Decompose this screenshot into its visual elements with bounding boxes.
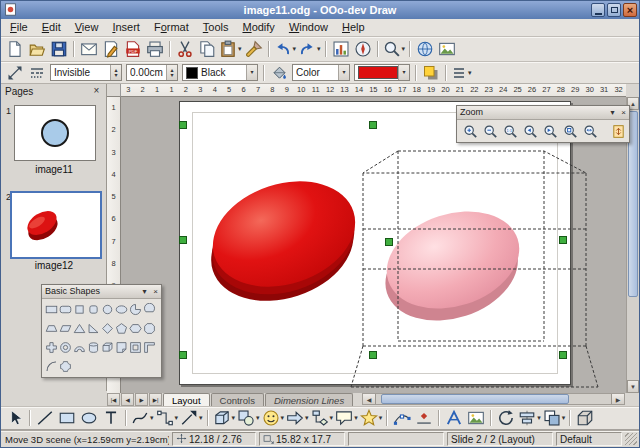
print-button[interactable] <box>145 39 165 59</box>
undo-button[interactable]: ▾ <box>274 39 297 59</box>
flowchart-button[interactable]: ▾ <box>311 408 334 428</box>
dropdown-arrow-icon[interactable]: ▾ <box>317 45 321 53</box>
rectangle-shape-button[interactable] <box>45 303 58 316</box>
lines-arrows-button[interactable]: ▾ <box>180 408 203 428</box>
save-button[interactable] <box>49 39 69 59</box>
rectangle-button[interactable] <box>57 408 77 428</box>
menu-tools[interactable]: Tools <box>196 19 236 36</box>
dropdown-arrow-icon[interactable]: ▾ <box>175 414 179 422</box>
scrollbar-track[interactable] <box>376 394 611 404</box>
dropdown-arrow-icon[interactable]: ▾ <box>562 414 566 422</box>
zoom-button[interactable]: ▾ <box>383 39 406 59</box>
curve-button[interactable]: ▾ <box>131 408 154 428</box>
zoom-shift-button[interactable] <box>609 122 627 140</box>
select-button[interactable] <box>5 408 25 428</box>
octagon-shape-button[interactable] <box>143 322 156 335</box>
plaque-shape-button[interactable] <box>59 360 72 373</box>
tab-layout[interactable]: Layout <box>163 393 210 406</box>
dropdown-arrow-icon[interactable]: ▾ <box>537 414 541 422</box>
glue-points-button[interactable] <box>414 408 434 428</box>
parallelogram-shape-button[interactable] <box>59 322 72 335</box>
scroll-down-button[interactable]: ▼ <box>627 380 639 393</box>
zoom-in-button[interactable] <box>461 122 479 140</box>
menu-window[interactable]: Window <box>282 19 335 36</box>
symbol-shapes-button[interactable]: ▾ <box>262 408 285 428</box>
right-triangle-shape-button[interactable] <box>87 322 100 335</box>
first-layer-button[interactable]: |◀ <box>107 393 120 406</box>
gallery-button[interactable] <box>437 39 457 59</box>
rounded-square-shape-button[interactable] <box>87 303 100 316</box>
alignment-button[interactable]: ▾ <box>518 408 541 428</box>
palette-menu-button[interactable]: ▾ <box>139 286 150 298</box>
dropdown-arrow-icon[interactable]: ▾ <box>232 414 236 422</box>
dropdown-arrow-icon[interactable]: ▾ <box>338 65 349 80</box>
redo-button[interactable]: ▾ <box>298 39 321 59</box>
zoom-100-button[interactable]: 1:1 <box>501 122 519 140</box>
zoom-page-width-button[interactable] <box>581 122 599 140</box>
dropdown-arrow-icon[interactable]: ▾ <box>305 414 309 422</box>
menu-insert[interactable]: Insert <box>105 19 147 36</box>
slide-indicator-field[interactable]: Slide 2 / 2 (Layout) <box>447 432 553 446</box>
zoom-out-button[interactable] <box>481 122 499 140</box>
page-style-field[interactable]: Default <box>556 432 622 446</box>
arrange-button[interactable]: ▾ <box>543 408 566 428</box>
paste-button[interactable]: ▾ <box>219 39 242 59</box>
ring-shape-button[interactable] <box>59 341 72 354</box>
page-thumbnail-1[interactable] <box>14 105 96 161</box>
page-thumbnail-2-selected[interactable] <box>10 191 102 259</box>
basic-shapes-close-button[interactable]: × <box>150 286 161 298</box>
titlebar[interactable]: image11.odg - OOo-dev Draw × <box>1 1 639 19</box>
page-canvas[interactable] <box>179 101 571 385</box>
resize-grip[interactable] <box>625 433 637 445</box>
frame-shape-button[interactable] <box>129 341 142 354</box>
line-style-button[interactable] <box>27 63 47 83</box>
shadow-button[interactable] <box>421 63 441 83</box>
cube-shape-button[interactable] <box>101 341 114 354</box>
dropdown-arrow-icon[interactable]: ▾ <box>379 414 383 422</box>
dropdown-arrow-icon[interactable]: ▾ <box>199 414 203 422</box>
menu-file[interactable]: File <box>3 19 35 36</box>
connector-button[interactable]: ▾ <box>156 408 179 428</box>
dropdown-arrow-icon[interactable]: ▾ <box>293 45 297 53</box>
circle-segment-shape-button[interactable] <box>143 303 156 316</box>
palette-menu-button[interactable]: ▾ <box>607 107 618 119</box>
dropdown-arrow-icon[interactable]: ▾ <box>256 414 260 422</box>
cut-button[interactable] <box>175 39 195 59</box>
fill-bucket-button[interactable] <box>269 63 289 83</box>
spinner-buttons[interactable]: ▴▾ <box>110 65 121 80</box>
toolbar-options-button[interactable]: ▾ <box>451 63 472 83</box>
zoom-next-button[interactable] <box>541 122 559 140</box>
fill-style-select[interactable]: Color▾ <box>292 64 350 81</box>
diamond-shape-button[interactable] <box>101 322 114 335</box>
menu-format[interactable]: Format <box>147 19 196 36</box>
zoom-page-button[interactable] <box>561 122 579 140</box>
line-tool-button[interactable] <box>35 408 55 428</box>
arc-shape-button[interactable] <box>45 360 58 373</box>
close-button[interactable]: × <box>623 3 637 17</box>
last-layer-button[interactable]: ▶| <box>149 393 162 406</box>
3d-objects-button[interactable]: ▾ <box>213 408 236 428</box>
export-pdf-button[interactable]: PDF <box>123 39 143 59</box>
line-style-select[interactable]: Invisible▴▾ <box>50 64 122 81</box>
stars-button[interactable]: ▾ <box>360 408 383 428</box>
pages-panel-close-button[interactable]: × <box>91 86 102 97</box>
basic-shapes-palette[interactable]: Basic Shapes ▾ × <box>41 284 162 378</box>
zoom-toolbar[interactable]: Zoom ▾ × 1:1 <box>456 105 630 143</box>
edit-points-button[interactable] <box>392 408 412 428</box>
dropdown-arrow-icon[interactable]: ▾ <box>330 414 334 422</box>
pentagon-shape-button[interactable] <box>115 322 128 335</box>
dropdown-arrow-icon[interactable]: ▾ <box>150 414 154 422</box>
text-button[interactable] <box>101 408 121 428</box>
hexagon-shape-button[interactable] <box>129 322 142 335</box>
dropdown-arrow-icon[interactable]: ▾ <box>468 69 472 77</box>
email-button[interactable] <box>79 39 99 59</box>
scroll-left-button[interactable]: ◀ <box>363 394 376 404</box>
menu-view[interactable]: View <box>68 19 106 36</box>
insert-picture-button[interactable] <box>466 408 486 428</box>
scrollbar-thumb[interactable] <box>381 394 569 404</box>
rotate-button[interactable] <box>496 408 516 428</box>
spinner-buttons[interactable]: ▴▾ <box>166 65 177 80</box>
fontwork-button[interactable] <box>444 408 464 428</box>
minimize-button[interactable] <box>591 3 605 17</box>
format-paintbrush-button[interactable] <box>244 39 264 59</box>
